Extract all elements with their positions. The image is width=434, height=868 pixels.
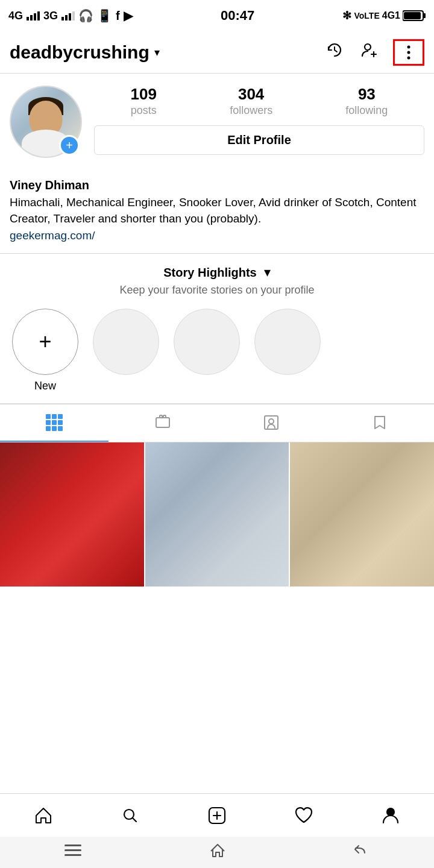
svg-rect-10 [404, 12, 421, 19]
svg-rect-16 [160, 415, 162, 418]
following-count: 93 [358, 86, 376, 103]
igtv-icon [154, 414, 171, 431]
heart-icon [294, 806, 313, 825]
posts-count: 109 [131, 86, 157, 103]
tab-saved[interactable] [326, 404, 434, 442]
add-person-icon [360, 41, 379, 59]
youtube-icon: ▶ [124, 8, 133, 23]
status-right: ✻ VoLTE 4G1 [342, 9, 426, 22]
profile-top: + 109 posts 304 followers 93 following E… [10, 86, 424, 158]
android-home-icon [210, 843, 225, 858]
highlights-list: + New [10, 309, 424, 392]
svg-point-11 [365, 44, 371, 50]
svg-rect-25 [64, 854, 81, 856]
list-item[interactable] [93, 309, 159, 380]
following-label: following [345, 104, 388, 117]
activity-button[interactable] [285, 801, 323, 830]
highlight-circle-2[interactable] [174, 309, 240, 375]
highlights-subtitle: Keep your favorite stories on your profi… [10, 284, 424, 297]
svg-rect-24 [64, 849, 81, 851]
home-button[interactable] [24, 801, 63, 830]
svg-rect-0 [27, 17, 29, 20]
tagged-icon [263, 414, 280, 431]
svg-rect-23 [64, 844, 81, 846]
following-stat[interactable]: 93 following [345, 86, 388, 117]
profile-button[interactable] [371, 801, 410, 830]
highlight-new[interactable]: + New [12, 309, 78, 392]
signal-3g [61, 11, 75, 20]
search-button[interactable] [111, 801, 149, 830]
search-icon [121, 806, 140, 825]
svg-rect-17 [163, 415, 166, 418]
tab-tagged[interactable] [217, 404, 326, 442]
add-post-icon [207, 806, 227, 825]
history-button[interactable] [323, 39, 346, 66]
bluetooth-icon: ✻ [342, 9, 351, 22]
network-4g: 4G [8, 10, 23, 22]
tab-igtv[interactable] [108, 404, 217, 442]
highlights-section: Story Highlights ▾ Keep your favorite st… [0, 254, 434, 403]
status-left: 4G 3G 🎧 📱 f ▶ [8, 8, 133, 23]
svg-point-12 [407, 45, 410, 48]
android-back-button[interactable] [336, 840, 388, 865]
svg-rect-9 [423, 13, 426, 18]
svg-point-13 [407, 51, 410, 54]
edit-profile-button[interactable]: Edit Profile [94, 125, 424, 155]
highlights-header: Story Highlights ▾ [10, 265, 424, 280]
table-row[interactable] [145, 442, 289, 587]
table-row[interactable] [0, 442, 144, 587]
svg-rect-18 [265, 416, 278, 429]
highlights-chevron-icon[interactable]: ▾ [264, 265, 271, 280]
stats-row: 109 posts 304 followers 93 following [94, 86, 424, 117]
profile-bio: Himachali, Mechanical Engineer, Snooker … [10, 195, 424, 227]
headphones-icon: 🎧 [78, 8, 93, 23]
posts-label: posts [131, 104, 157, 117]
home-icon [34, 806, 53, 825]
svg-rect-2 [34, 13, 36, 20]
list-item[interactable] [254, 309, 321, 380]
highlight-circle-3[interactable] [254, 309, 321, 375]
username-text: deadbycrushing [10, 42, 149, 63]
4g1-icon: 4G1 [382, 10, 400, 21]
svg-rect-7 [72, 11, 75, 20]
svg-point-19 [269, 419, 274, 424]
highlight-new-circle[interactable]: + [12, 309, 78, 375]
avatar-wrapper: + [10, 86, 82, 158]
svg-point-14 [407, 56, 410, 59]
followers-stat[interactable]: 304 followers [230, 86, 272, 117]
svg-rect-4 [61, 17, 64, 20]
more-options-button[interactable] [393, 39, 424, 66]
volte-icon: VoLTE [354, 11, 379, 20]
android-bar [0, 837, 434, 868]
grid-view-icon [46, 414, 63, 431]
highlight-plus-icon: + [39, 329, 51, 354]
list-item[interactable] [174, 309, 240, 380]
followers-label: followers [230, 104, 272, 117]
android-menu-button[interactable] [46, 840, 99, 865]
status-bar: 4G 3G 🎧 📱 f ▶ 00:47 ✻ VoLTE 4G1 [0, 0, 434, 31]
more-options-icon [401, 45, 417, 60]
profile-name: Viney Dhiman [10, 178, 424, 192]
menu-icon [64, 844, 81, 857]
dropdown-arrow-icon[interactable]: ▾ [154, 46, 160, 59]
saved-icon [371, 414, 388, 431]
profile-icon [381, 806, 400, 825]
bio-section: Viney Dhiman Himachali, Mechanical Engin… [0, 175, 434, 253]
top-nav: deadbycrushing ▾ [0, 31, 434, 74]
android-home-button[interactable] [192, 838, 244, 867]
back-icon [354, 844, 370, 857]
add-story-button[interactable]: + [59, 135, 80, 156]
svg-rect-3 [37, 11, 40, 20]
table-row[interactable] [290, 442, 434, 587]
tab-grid[interactable] [0, 404, 108, 442]
signal-4g [27, 11, 40, 20]
svg-rect-6 [69, 13, 71, 20]
bottom-nav [0, 793, 434, 837]
username-area[interactable]: deadbycrushing ▾ [10, 42, 160, 63]
add-post-button[interactable] [198, 801, 236, 830]
profile-link[interactable]: geekermag.com/ [10, 229, 95, 242]
highlight-circle-1[interactable] [93, 309, 159, 375]
content-tabs [0, 404, 434, 442]
stats-area: 109 posts 304 followers 93 following Edi… [94, 86, 424, 155]
add-person-button[interactable] [358, 39, 381, 66]
